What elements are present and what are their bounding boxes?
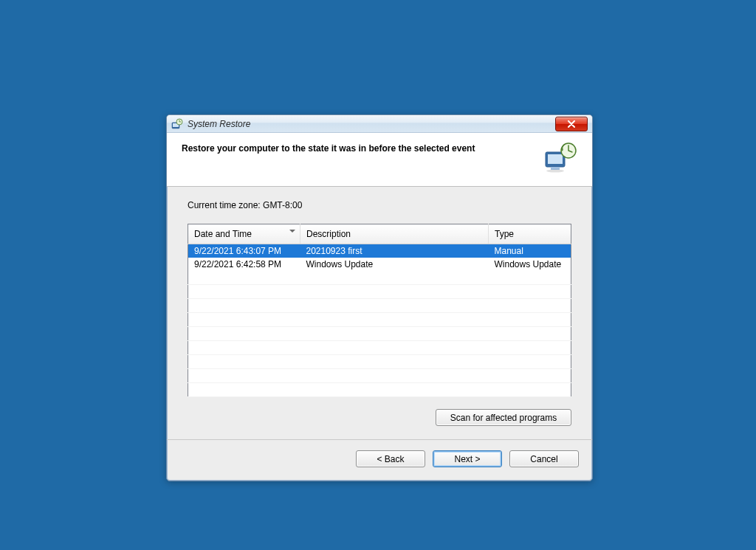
table-row xyxy=(188,341,571,355)
dialog-body: Current time zone: GMT-8:00 Date and Tim… xyxy=(167,187,592,439)
close-button[interactable] xyxy=(555,117,588,131)
table-row xyxy=(188,299,571,313)
col-date-time[interactable]: Date and Time xyxy=(188,224,300,244)
cancel-button[interactable]: Cancel xyxy=(509,450,579,467)
svg-rect-4 xyxy=(548,154,563,164)
header-band: Restore your computer to the state it wa… xyxy=(167,133,592,187)
timezone-label: Current time zone: GMT-8:00 xyxy=(188,200,571,210)
table-row xyxy=(188,355,571,369)
col-description[interactable]: Description xyxy=(300,224,489,244)
table-row xyxy=(188,285,571,299)
sort-desc-icon xyxy=(289,230,295,233)
system-restore-window: System Restore Restore your computer to … xyxy=(166,114,593,481)
table-row xyxy=(188,369,571,383)
table-row xyxy=(188,313,571,327)
col-type[interactable]: Type xyxy=(489,224,571,244)
restore-illustration-icon xyxy=(543,142,577,173)
scan-button-area: Scan for affected programs xyxy=(188,409,571,426)
dialog-footer: < Back Next > Cancel xyxy=(167,439,592,481)
table-row xyxy=(188,327,571,341)
table-header-row: Date and Time Description Type xyxy=(188,224,571,244)
table-row[interactable]: 9/22/2021 6:42:58 PM Windows Update Wind… xyxy=(188,258,571,271)
table-row xyxy=(188,383,571,397)
back-button[interactable]: < Back xyxy=(356,450,425,467)
restore-points-table[interactable]: Date and Time Description Type 9/22/2021… xyxy=(188,224,571,397)
page-heading: Restore your computer to the state it wa… xyxy=(182,142,543,154)
next-button[interactable]: Next > xyxy=(433,450,502,467)
window-title: System Restore xyxy=(188,119,555,129)
table-row[interactable]: 9/22/2021 6:43:07 PM 20210923 first Manu… xyxy=(188,244,571,258)
titlebar[interactable]: System Restore xyxy=(167,115,592,133)
scan-affected-programs-button[interactable]: Scan for affected programs xyxy=(436,409,571,426)
svg-rect-5 xyxy=(551,167,560,170)
close-icon xyxy=(567,120,576,128)
system-restore-icon xyxy=(171,118,183,130)
table-row xyxy=(188,271,571,285)
svg-point-6 xyxy=(546,170,564,173)
